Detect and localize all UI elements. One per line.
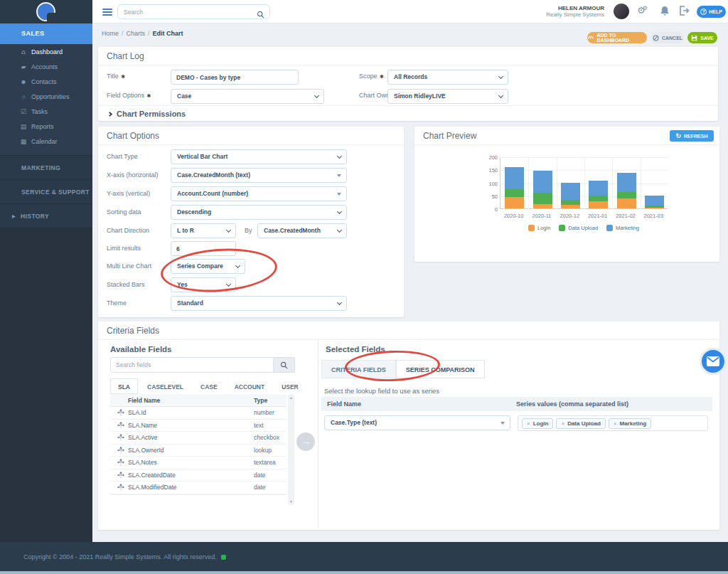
sidebar-section-history[interactable]: ▶HISTORY bbox=[0, 203, 92, 228]
move-icon[interactable] bbox=[114, 469, 127, 482]
theme-label: Theme bbox=[107, 299, 127, 307]
series-chip[interactable]: ×Data Upload bbox=[556, 418, 605, 429]
available-fields-search bbox=[110, 357, 274, 373]
remove-chip-icon[interactable]: × bbox=[527, 420, 530, 427]
sidebar-item-contacts[interactable]: ☻Contacts bbox=[0, 74, 92, 89]
tab-account[interactable]: ACCOUNT bbox=[227, 378, 273, 394]
y-tick-label: 200 bbox=[479, 154, 498, 161]
bar-segment-marketing bbox=[505, 167, 524, 189]
user-name: HELEN ARMOUR bbox=[512, 5, 604, 11]
sign-out-icon[interactable] bbox=[679, 6, 690, 18]
cancel-button[interactable]: CANCEL bbox=[651, 32, 684, 43]
table-scrollbar[interactable]: ▲ ▼ bbox=[288, 394, 294, 505]
field-type-cell: text bbox=[254, 422, 287, 429]
breadcrumb-item[interactable]: Charts bbox=[127, 30, 146, 37]
chevron-down-icon bbox=[314, 93, 319, 98]
move-icon[interactable] bbox=[114, 444, 127, 457]
multi-line-label: Multi Line Chart bbox=[107, 262, 151, 270]
x-axis-select[interactable]: Case.CreatedMonth (text) bbox=[171, 168, 347, 183]
brand-logo-icon[interactable] bbox=[36, 2, 55, 21]
sidebar-section-service-support[interactable]: SERVICE & SUPPORT bbox=[0, 179, 92, 203]
direction-by-select[interactable]: Case.CreatedMonth bbox=[257, 223, 347, 238]
table-row[interactable]: SLA.Notestextarea bbox=[110, 457, 287, 469]
transfer-arrow-button[interactable]: → bbox=[296, 432, 315, 451]
field-type-cell: date bbox=[254, 472, 287, 479]
field-options-label: Field Options∗ bbox=[107, 92, 151, 99]
hamburger-menu-icon[interactable] bbox=[102, 9, 112, 17]
series-chip[interactable]: ×Login bbox=[522, 418, 553, 429]
table-row[interactable]: SLA.OwnerIdlookup bbox=[110, 445, 287, 457]
table-row[interactable]: SLA.Idnumber bbox=[110, 407, 287, 420]
available-fields-search-button[interactable] bbox=[274, 357, 295, 373]
remove-chip-icon[interactable]: × bbox=[614, 420, 617, 427]
opportunities-icon: ☼ bbox=[16, 93, 31, 100]
sidebar-filler bbox=[0, 228, 92, 542]
breadcrumb-item[interactable]: Home bbox=[102, 30, 119, 37]
field-type-cell: lookup bbox=[254, 447, 287, 454]
available-fields-tabs: SLACASELEVELCASEACCOUNTUSER bbox=[110, 378, 308, 394]
help-button[interactable]: ? HELP bbox=[697, 6, 726, 18]
series-chip[interactable]: ×Marketing bbox=[609, 418, 651, 429]
move-icon[interactable] bbox=[114, 481, 127, 494]
bar-segment-marketing bbox=[645, 196, 664, 206]
y-tick-label: 0 bbox=[479, 206, 498, 213]
table-row[interactable]: SLA.ModifiedDatedate bbox=[110, 482, 287, 494]
sidebar-item-dashboard[interactable]: ⌂Dashboard bbox=[0, 44, 92, 59]
bar-segment-marketing bbox=[533, 171, 552, 193]
save-button[interactable]: SAVE bbox=[687, 32, 717, 43]
move-icon[interactable] bbox=[114, 419, 127, 432]
avatar[interactable] bbox=[614, 4, 629, 19]
tab-case[interactable]: CASE bbox=[193, 378, 225, 394]
sidebar-item-accounts[interactable]: ▰Accounts bbox=[0, 59, 92, 74]
move-icon[interactable] bbox=[114, 431, 127, 444]
notifications-bell-icon[interactable] bbox=[660, 6, 670, 19]
legend-swatch bbox=[606, 225, 613, 231]
email-widget-button[interactable] bbox=[700, 348, 727, 375]
by-label: By bbox=[245, 227, 252, 234]
scroll-up-icon[interactable]: ▲ bbox=[288, 395, 294, 400]
settings-gear-icon[interactable]: ⚙⚙ bbox=[637, 5, 648, 16]
sidebar-item-calendar[interactable]: ▦Calendar bbox=[0, 134, 92, 149]
table-row[interactable]: SLA.CreatedDatedate bbox=[110, 469, 287, 482]
chart-permissions-toggle[interactable]: Chart Permissions bbox=[108, 110, 186, 118]
sidebar-section-marketing[interactable]: MARKETING bbox=[0, 155, 92, 179]
chart-type-select[interactable]: Vertical Bar Chart bbox=[171, 149, 347, 164]
move-icon[interactable] bbox=[114, 406, 127, 419]
remove-chip-icon[interactable]: × bbox=[561, 420, 564, 427]
save-disk-icon bbox=[691, 35, 697, 41]
sidebar-item-opportunities[interactable]: ☼Opportunities bbox=[0, 89, 92, 104]
scope-select[interactable]: All Records bbox=[387, 70, 508, 85]
y-tick-label: 150 bbox=[479, 167, 498, 174]
available-fields-search-input[interactable] bbox=[116, 359, 265, 371]
y-axis-select[interactable]: Account.Count (number) bbox=[171, 186, 347, 201]
series-values-input[interactable]: ×Login×Data Upload×Marketing bbox=[518, 415, 708, 431]
refresh-button[interactable]: ↻REFRESH bbox=[670, 130, 714, 142]
field-name-cell: SLA.CreatedDate bbox=[127, 472, 254, 479]
table-row[interactable]: SLA.Activecheckbox bbox=[110, 432, 287, 445]
title-input[interactable] bbox=[171, 70, 299, 85]
add-to-dashboard-button[interactable]: ADD TO DASHBOARD bbox=[587, 32, 647, 43]
theme-select[interactable]: Standard bbox=[171, 296, 347, 311]
chart-owner-select[interactable]: Simon RidleyLIVE bbox=[387, 89, 508, 104]
series-field-select[interactable]: Case.Type (text) bbox=[324, 415, 510, 430]
breadcrumb-separator: / bbox=[122, 30, 124, 37]
tab-caselevel[interactable]: CASELEVEL bbox=[139, 378, 191, 394]
sidebar-section-sales[interactable]: SALES bbox=[0, 23, 92, 44]
stacked-bar bbox=[589, 181, 608, 208]
scroll-down-icon[interactable]: ▼ bbox=[288, 499, 294, 504]
calendar-icon: ▦ bbox=[16, 138, 31, 145]
global-search-input[interactable] bbox=[124, 6, 252, 18]
sidebar-item-reports[interactable]: ▤Reports bbox=[0, 119, 92, 134]
sidebar-item-tasks[interactable]: ☑Tasks bbox=[0, 104, 92, 119]
direction-select[interactable]: L to R bbox=[171, 223, 236, 238]
move-icon[interactable] bbox=[114, 456, 127, 469]
search-icon[interactable] bbox=[257, 9, 264, 21]
field-options-select[interactable]: Case bbox=[171, 89, 324, 104]
sorting-select[interactable]: Descending bbox=[171, 205, 347, 220]
tab-sla[interactable]: SLA bbox=[110, 378, 138, 394]
table-row[interactable]: SLA.Nametext bbox=[110, 420, 287, 432]
user-menu[interactable]: HELEN ARMOUR Really Simple Systems bbox=[512, 5, 604, 18]
bar-segment-marketing bbox=[617, 173, 636, 192]
dropdown-arrow-icon bbox=[337, 174, 341, 177]
tab-user[interactable]: USER bbox=[274, 378, 306, 394]
